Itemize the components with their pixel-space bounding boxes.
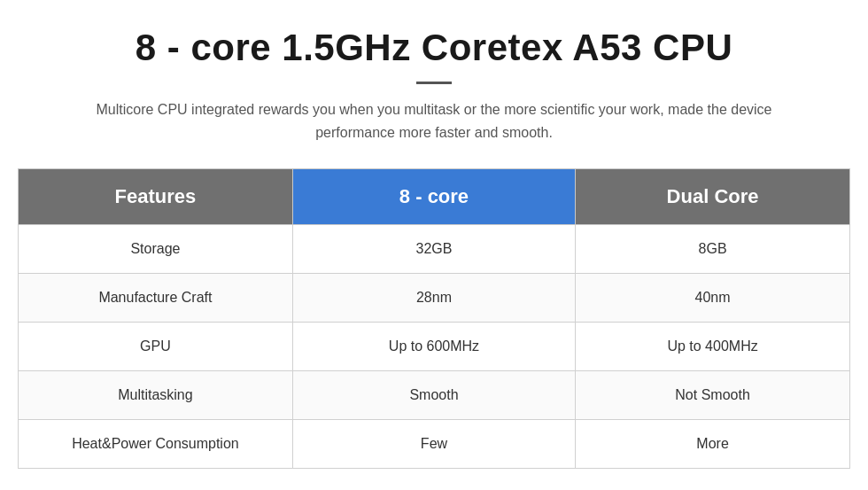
td-feature: Multitasking (19, 371, 293, 420)
table-row: Heat&Power ConsumptionFewMore (19, 420, 850, 469)
table-row: Storage32GB8GB (19, 225, 850, 274)
td-dualcore: 8GB (576, 225, 850, 274)
subtitle: Multicore CPU integrated rewards you whe… (80, 98, 788, 144)
td-8core: Few (292, 420, 575, 469)
td-dualcore: Up to 400MHz (576, 323, 850, 371)
td-feature: Storage (19, 225, 293, 274)
table-row: GPUUp to 600MHzUp to 400MHz (19, 323, 850, 371)
td-feature: GPU (19, 323, 293, 371)
td-dualcore: More (576, 420, 850, 469)
td-8core: 32GB (292, 225, 575, 274)
th-features: Features (19, 169, 293, 225)
comparison-table: Features 8 - core Dual Core Storage32GB8… (18, 168, 850, 469)
td-feature: Heat&Power Consumption (19, 420, 293, 469)
page-title: 8 - core 1.5GHz Coretex A53 CPU (136, 27, 733, 69)
th-dualcore: Dual Core (576, 169, 850, 225)
td-8core: Smooth (292, 371, 575, 420)
td-dualcore: Not Smooth (576, 371, 850, 420)
table-row: MultitaskingSmoothNot Smooth (19, 371, 850, 420)
td-feature: Manufacture Craft (19, 274, 293, 323)
td-8core: 28nm (292, 274, 575, 323)
th-8core: 8 - core (292, 169, 575, 225)
td-dualcore: 40nm (576, 274, 850, 323)
table-header-row: Features 8 - core Dual Core (19, 169, 850, 225)
table-row: Manufacture Craft28nm40nm (19, 274, 850, 323)
td-8core: Up to 600MHz (292, 323, 575, 371)
title-divider (416, 82, 452, 84)
